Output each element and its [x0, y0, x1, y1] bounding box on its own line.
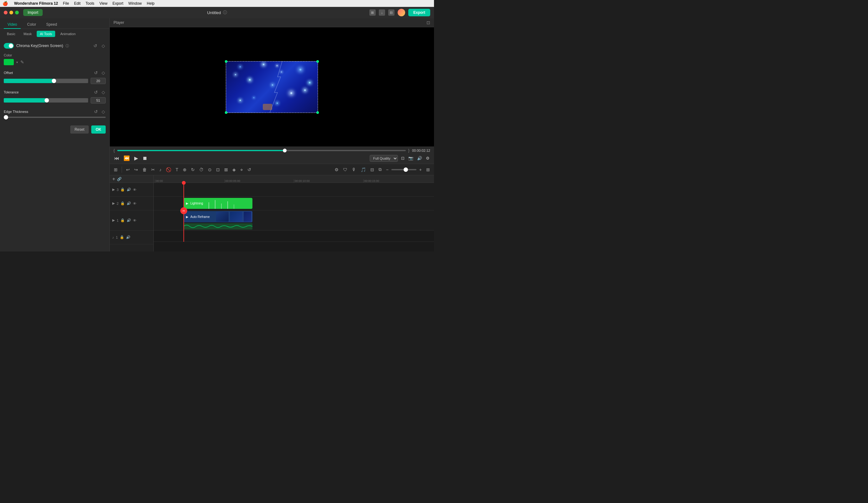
tl-mic-icon[interactable]: 🎙 [350, 166, 358, 173]
add-track-button[interactable]: + [112, 176, 115, 182]
menu-export[interactable]: Export [113, 1, 124, 6]
tl-motion-btn[interactable]: ◈ [231, 166, 237, 173]
minimize-button[interactable] [9, 11, 13, 14]
lightning-clip[interactable]: ▶ Lightning [184, 198, 252, 209]
play-button[interactable]: ▶ [134, 155, 138, 162]
tolerance-value[interactable]: 51 [91, 97, 106, 103]
track-3-row[interactable] [154, 183, 434, 197]
chroma-key-reset-icon[interactable]: ↺ [93, 43, 98, 49]
scissors-marker[interactable]: ✂ [180, 207, 187, 214]
track-3-vis-icon[interactable]: 👁 [133, 188, 136, 192]
tl-settings-icon[interactable]: ⚙ [333, 166, 340, 173]
expand-icon[interactable]: ⊡ [426, 20, 430, 25]
tab-color[interactable]: Color [23, 21, 40, 29]
stop-button[interactable]: ⏹ [142, 155, 148, 162]
menu-file[interactable]: File [63, 1, 69, 6]
chroma-key-keyframe-icon[interactable]: ◇ [101, 43, 106, 49]
snapshot-icon[interactable]: 📷 [408, 155, 414, 161]
tl-minus-zoom-btn[interactable]: − [384, 166, 390, 173]
download-icon[interactable]: ↓ [379, 9, 385, 16]
menu-tools[interactable]: Tools [86, 1, 94, 6]
subtab-basic[interactable]: Basic [4, 31, 19, 37]
tl-compound-btn[interactable]: ⊠ [223, 166, 229, 173]
tolerance-slider[interactable] [4, 100, 88, 101]
tl-crop-btn[interactable]: ⊕ [181, 166, 188, 173]
offset-reset-icon[interactable]: ↺ [93, 70, 99, 76]
in-point-icon[interactable]: { [114, 148, 115, 153]
menu-window[interactable]: Window [128, 1, 142, 6]
ok-button[interactable]: OK [91, 125, 106, 134]
tl-delete-btn[interactable]: 🗑 [141, 166, 148, 173]
tl-plus-zoom-btn[interactable]: + [418, 166, 423, 173]
quality-selector[interactable]: Full Quality 1/2 Quality 1/4 Quality [370, 155, 398, 162]
tl-filter-icon[interactable]: ⊟ [369, 166, 376, 173]
tl-grid-btn[interactable]: ⊞ [112, 166, 119, 173]
track-2-lock-icon[interactable]: 🔒 [121, 201, 125, 205]
avatar[interactable] [397, 9, 405, 16]
progress-thumb[interactable] [283, 148, 287, 152]
tl-stabilize-btn[interactable]: ⊙ [206, 166, 213, 173]
edge-thickness-slider[interactable] [4, 117, 106, 118]
tl-rotate-btn[interactable]: ↻ [189, 166, 196, 173]
tl-extra-btn[interactable]: ↺ [246, 166, 253, 173]
tl-shield-icon[interactable]: 🛡 [341, 166, 349, 173]
progress-bar[interactable] [117, 150, 406, 151]
tab-video[interactable]: Video [4, 21, 21, 29]
track-2-row[interactable]: ▶ Lightning [154, 197, 434, 211]
audio-track-1-row[interactable] [154, 230, 434, 242]
tl-ai-btn[interactable]: ⊡ [215, 166, 221, 173]
tl-music-icon[interactable]: 🎵 [359, 166, 368, 173]
reset-button[interactable]: Reset [70, 125, 89, 134]
settings-icon[interactable]: ⚙ [425, 155, 430, 161]
eyedropper-button[interactable]: ✎ [20, 60, 24, 65]
track-2-vis-icon[interactable]: 👁 [133, 202, 136, 205]
track-1-mute-icon[interactable]: 🔊 [127, 218, 131, 222]
tl-undo-btn[interactable]: ↩ [124, 166, 131, 173]
subtab-aitools[interactable]: AI Tools [37, 31, 55, 37]
track-1-vis-icon[interactable]: 👁 [133, 218, 136, 222]
import-button[interactable]: Import [23, 9, 43, 16]
step-back-button[interactable]: ⏪ [123, 155, 131, 162]
menu-edit[interactable]: Edit [74, 1, 81, 6]
maximize-button[interactable] [15, 11, 19, 14]
offset-slider[interactable] [4, 80, 88, 82]
layout-icon[interactable]: ⊞ [369, 9, 376, 16]
edge-thickness-keyframe-icon[interactable]: ◇ [101, 109, 106, 115]
audio-1-lock-icon[interactable]: 🔒 [120, 235, 124, 239]
out-point-icon[interactable]: } [408, 148, 410, 153]
track-3-lock-icon[interactable]: 🔒 [121, 187, 125, 192]
chroma-key-info-icon[interactable]: ⓘ [65, 44, 69, 48]
subtab-animation[interactable]: Animation [57, 31, 79, 37]
menu-help[interactable]: Help [147, 1, 155, 6]
tl-layout-btn[interactable]: ⊞ [425, 166, 432, 173]
project-info-icon[interactable]: ⓘ [223, 10, 227, 16]
tl-cut-btn[interactable]: ✂ [149, 166, 156, 173]
skip-back-button[interactable]: ⏮ [114, 155, 120, 162]
autoreframe-clip[interactable]: ▶ Auto Reframe [184, 211, 252, 222]
fullscreen-icon[interactable]: ⊡ [401, 155, 405, 161]
track-1-lock-icon[interactable]: 🔒 [121, 218, 125, 222]
tl-redo-btn[interactable]: ↪ [133, 166, 140, 173]
audio-icon[interactable]: 🔊 [416, 155, 423, 161]
export-button[interactable]: Export [408, 9, 430, 16]
color-swatch[interactable] [4, 59, 14, 65]
edge-thickness-reset-icon[interactable]: ↺ [93, 109, 99, 115]
tab-speed[interactable]: Speed [42, 21, 61, 29]
track-2-mute-icon[interactable]: 🔊 [127, 201, 131, 205]
tolerance-keyframe-icon[interactable]: ◇ [101, 89, 106, 95]
audio-1-mute-icon[interactable]: 🔊 [126, 235, 131, 239]
zoom-slider[interactable] [391, 169, 416, 170]
subtab-mask[interactable]: Mask [20, 31, 35, 37]
tl-layer-icon[interactable]: ⧉ [377, 166, 383, 173]
offset-value[interactable]: 20 [91, 78, 106, 84]
tl-keyframe-btn[interactable]: ⋄ [239, 166, 245, 173]
grid-icon[interactable]: ⊟ [388, 9, 394, 16]
track-3-mute-icon[interactable]: 🔊 [127, 187, 131, 192]
menu-view[interactable]: View [100, 1, 107, 6]
app-name[interactable]: Wondershare Filmora 12 [14, 1, 58, 6]
tolerance-reset-icon[interactable]: ↺ [93, 89, 99, 95]
timeline-tracks[interactable]: 00:00 00:00:05:00 00:00:10:00 00:00:15:0… [154, 175, 434, 252]
chain-button[interactable]: 🔗 [117, 177, 122, 181]
playhead[interactable]: ✂ [184, 183, 184, 242]
offset-keyframe-icon[interactable]: ◇ [101, 70, 106, 76]
